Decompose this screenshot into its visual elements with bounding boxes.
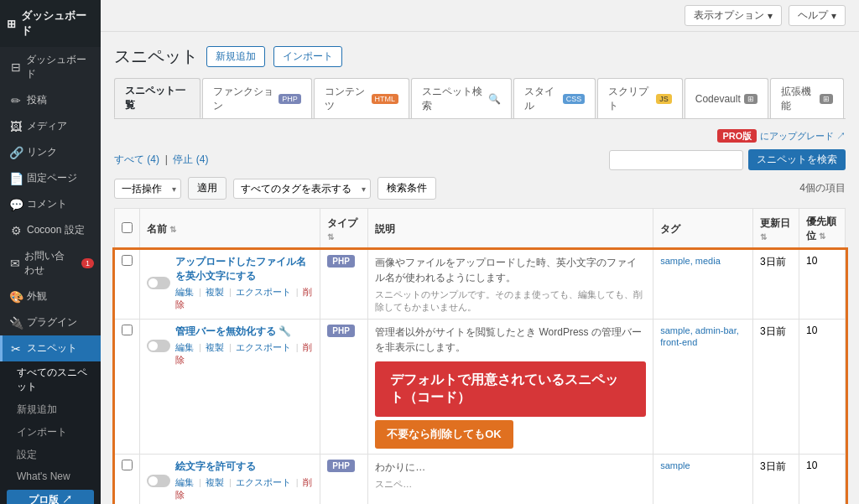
row-desc: わかりに… スニペ… [368,455,653,505]
edit-link[interactable]: 編集 [175,287,194,297]
pro-upgrade-link[interactable]: にアップグレード ↗ [760,131,846,141]
tab-extensions[interactable]: 拡張機能 ⊞ [770,78,844,118]
tab-content[interactable]: コンテンツ HTML [314,78,409,118]
sort-icon: ⇅ [169,225,176,234]
duplicate-link[interactable]: 複製 [206,342,224,352]
search-input[interactable] [609,150,743,170]
header-updated[interactable]: 更新日 ⇅ [753,209,799,250]
duplicate-link[interactable]: 複製 [206,287,224,297]
sort-icon: ⇅ [760,232,767,242]
html-badge: HTML [372,94,399,104]
search-button[interactable]: スニペットを検索 [748,149,846,170]
header-type[interactable]: タイプ ⇅ [320,209,368,250]
sidebar-item-label: 外観 [27,289,47,304]
tab-all[interactable]: スニペット一覧 [114,78,200,118]
snippet-desc-sub: スニペットのサンプルです。そのまま使っても、編集しても、削除してもかまいません。 [375,288,646,314]
snippets-sub-pro[interactable]: プロ版 ↗ [7,490,94,504]
main-content: 表示オプション ▾ ヘルプ ▾ スニペット 新規追加 インポート スニペット一覧… [101,0,859,504]
tag-filter-select[interactable]: すべてのタグを表示する [233,179,371,199]
filter-status: すべて (4) | 停止 (4) [114,153,208,167]
chevron-down-icon: ▾ [831,10,836,22]
ext-badge: ⊞ [820,94,833,104]
row-checkbox[interactable] [122,460,133,470]
snippets-sub-new[interactable]: 新規追加 [0,398,101,421]
snippet-name[interactable]: アップロードしたファイル名を英小文字にする [175,255,313,283]
sidebar-item-plugins[interactable]: 🔌 プラグイン [0,309,101,335]
sidebar-item-links[interactable]: 🔗 リンク [0,139,101,165]
tag-list[interactable]: sample, admin-bar, front-end [660,325,739,347]
search-conditions-button[interactable]: 検索条件 [377,177,436,200]
snippets-sub-all[interactable]: すべてのスニペット [0,361,101,398]
export-link[interactable]: エクスポート [236,342,291,352]
sidebar-item-comments[interactable]: 💬 コメント [0,191,101,217]
snippet-desc-main: 管理者以外がサイトを閲覧したとき WordPress の管理バーを非表示にします… [375,325,646,355]
sidebar-logo-text: ダッシュボード [21,8,94,39]
import-button[interactable]: インポート [273,46,342,67]
tag-list[interactable]: sample [660,460,690,470]
row-tags: sample, media [653,250,753,320]
tab-styles[interactable]: スタイル CSS [513,78,596,118]
sidebar-item-media[interactable]: 🖼 メディア [0,113,101,139]
tab-codevault[interactable]: Codevault ⊞ [685,78,768,118]
row-desc: 管理者以外がサイトを閲覧したとき WordPress の管理バーを非表示にします… [368,320,653,455]
cocoon-icon: ⚙ [9,224,23,237]
row-checkbox[interactable] [122,325,133,335]
row-checkbox[interactable] [122,255,133,266]
snippets-sub-import[interactable]: インポート [0,421,101,444]
display-options-button[interactable]: 表示オプション ▾ [685,5,782,26]
sidebar-item-label: プラグイン [27,315,77,330]
tag-list[interactable]: sample, media [660,256,721,266]
edit-link[interactable]: 編集 [175,477,194,487]
sidebar-item-pages[interactable]: 📄 固定ページ [0,165,101,191]
snippets-sub-whats-new[interactable]: What's New [0,466,101,486]
page-content: スニペット 新規追加 インポート スニペット一覧 ファンクション PHP コンテ… [101,32,859,504]
snippet-name[interactable]: 管理バーを無効化する 🔧 [175,325,313,339]
row-updated: 3日前 [753,320,799,455]
sidebar-item-snippets[interactable]: ✂ スニペット [0,335,101,361]
row-name-cell: アップロードしたファイル名を英小文字にする 編集| 複製| エクスポート| 削除 [140,250,320,320]
tabs-row: スニペット一覧 ファンクション PHP コンテンツ HTML スニペット検索 🔍… [114,78,846,119]
page-title: スニペット [114,45,198,68]
pages-icon: 📄 [9,172,23,185]
snippet-toggle[interactable] [147,340,170,352]
comments-icon: 💬 [9,198,23,211]
sidebar-item-cocoon[interactable]: ⚙ Cocoon 設定 [0,217,101,243]
header-name[interactable]: 名前 ⇅ [140,209,320,250]
callout-sub: 不要なら削除してもOK [375,420,513,449]
snippets-sub-settings[interactable]: 設定 [0,444,101,466]
snippet-toggle[interactable] [147,277,170,289]
sidebar-item-posts[interactable]: ✏ 投稿 [0,87,101,113]
tab-search[interactable]: スニペット検索 🔍 [411,78,512,118]
filter-all-link[interactable]: すべて (4) [114,153,159,165]
sidebar-item-label: 投稿 [27,93,47,107]
sidebar-item-label: リンク [27,145,57,159]
snippet-name[interactable]: 絵文字を許可する [175,460,313,474]
row-type: PHP [320,250,368,320]
sidebar-item-label: 固定ページ [27,171,77,185]
add-new-button[interactable]: 新規追加 [206,46,265,67]
bulk-action-select[interactable]: 一括操作 [114,179,181,199]
table-container: 名前 ⇅ タイプ ⇅ 説明 タグ 更新日 ⇅ [114,208,846,504]
apply-button[interactable]: 適用 [188,177,226,200]
sidebar-item-label: ダッシュボード [26,53,94,81]
header-priority[interactable]: 優先順位 ⇅ [799,209,846,250]
tab-scripts[interactable]: スクリプト JS [597,78,683,118]
row-tags: sample, admin-bar, front-end [653,320,753,455]
duplicate-link[interactable]: 複製 [206,477,224,487]
tab-functions[interactable]: ファンクション PHP [202,78,312,118]
help-button[interactable]: ヘルプ ▾ [789,5,846,26]
edit-link[interactable]: 編集 [175,342,194,352]
select-all-checkbox[interactable] [122,222,133,233]
sidebar-logo[interactable]: ⊞ ダッシュボード [0,0,101,47]
export-link[interactable]: エクスポート [236,287,291,297]
sidebar-item-appearance[interactable]: 🎨 外観 [0,283,101,309]
snippet-actions: 編集| 複製| エクスポート| 削除 [175,341,313,366]
sidebar-item-dashboard[interactable]: ⊟ ダッシュボード [0,47,101,87]
sidebar-item-contact[interactable]: ✉ お問い合わせ 1 [0,243,101,283]
filter-stopped-link[interactable]: 停止 (4) [173,153,208,165]
type-badge: PHP [327,460,355,472]
snippet-toggle[interactable] [147,475,170,487]
highlighted-rows: アップロードしたファイル名を英小文字にする 編集| 複製| エクスポート| 削除 [115,250,846,505]
row-type: PHP [320,455,368,505]
export-link[interactable]: エクスポート [236,477,291,487]
